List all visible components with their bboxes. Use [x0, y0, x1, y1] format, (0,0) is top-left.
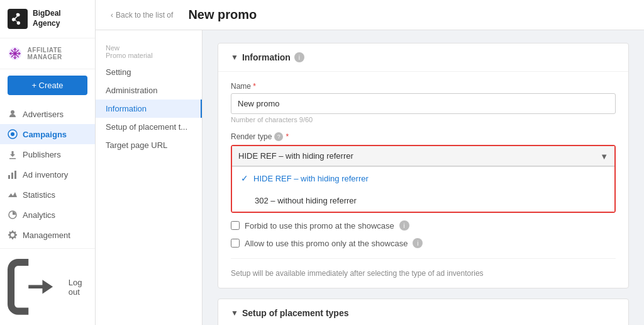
subnav-item-information[interactable]: Information — [96, 100, 202, 118]
subnav-section-label: NewPromo material — [96, 40, 202, 60]
setup-note: Setup will be available immediately afte… — [231, 258, 616, 278]
subnav-item-administration[interactable]: Administration — [96, 81, 202, 100]
subnav-items: Setting Administration Information Setup… — [96, 60, 202, 157]
name-label: Name * — [231, 82, 616, 91]
sidebar-label-publishers: Publishers — [23, 150, 61, 159]
sidebar-label-statistics: Statistics — [23, 190, 55, 200]
placement-chevron-icon: ▼ — [231, 309, 238, 317]
sidebar-bottom: Log out — [0, 248, 95, 325]
information-section-body: Name * Number of characters 9/60 Render … — [218, 72, 628, 288]
logout-icon — [8, 259, 64, 315]
allow-showcase-help-icon[interactable]: i — [413, 238, 423, 248]
sidebar: BigDealAgency AFFILIATE MANAGER + Create… — [0, 0, 96, 325]
placement-section-header[interactable]: ▼ Setup of placement types — [218, 299, 628, 325]
name-hint: Number of characters 9/60 — [231, 116, 616, 123]
sidebar-label-advertisers: Advertisers — [23, 110, 64, 119]
render-option-302-label: 302 – without hiding referrer — [255, 196, 357, 205]
svg-rect-6 — [14, 171, 16, 179]
campaign-icon — [8, 129, 18, 139]
chart-icon — [8, 190, 18, 200]
settings-icon — [8, 230, 18, 240]
placement-card: ▼ Setup of placement types — [218, 299, 629, 325]
placement-section-title: Setup of placement types — [242, 308, 349, 318]
name-input[interactable] — [231, 93, 616, 114]
nav-items: Advertisers Campaigns Publishers Ad inve… — [0, 101, 95, 248]
render-type-help-icon[interactable]: ? — [274, 132, 283, 141]
render-type-selected-value: HIDE REF – with hiding referrer — [238, 151, 353, 161]
svg-point-3 — [11, 132, 14, 136]
main-content: ‹ Back to the list of New promo NewPromo… — [96, 0, 644, 325]
sidebar-item-ad-inventory[interactable]: Ad inventory — [0, 164, 95, 185]
content-area: NewPromo material Setting Administration… — [96, 30, 644, 325]
logo-icon — [8, 9, 28, 29]
render-option-hide-ref[interactable]: ✓ HIDE REF – with hiding referrer — [232, 167, 614, 190]
allow-showcase-checkbox[interactable] — [231, 239, 240, 248]
download-icon — [8, 149, 18, 159]
svg-rect-4 — [8, 175, 10, 179]
check-icon: ✓ — [241, 173, 248, 183]
form-area: ▼ Information i Name * Number of charact… — [203, 30, 644, 325]
role-icon — [8, 45, 23, 62]
allow-showcase-row: Allow to use this promo only at the show… — [231, 238, 616, 248]
back-chevron-icon: ‹ — [111, 11, 113, 20]
logout-button[interactable]: Log out — [0, 254, 95, 320]
render-type-select-container: HIDE REF – with hiding referrer ▼ — [232, 146, 614, 166]
back-link[interactable]: ‹ Back to the list of — [111, 11, 173, 20]
logo: BigDealAgency — [0, 0, 95, 38]
logo-text: BigDealAgency — [33, 9, 61, 28]
information-section-title: Information — [242, 52, 291, 62]
subnav-item-setting[interactable]: Setting — [96, 63, 202, 81]
sidebar-item-analytics[interactable]: Analytics — [0, 205, 95, 225]
render-type-required-marker: * — [286, 132, 289, 141]
page-title: New promo — [188, 8, 257, 22]
sidebar-label-analytics: Analytics — [23, 210, 55, 220]
name-required-marker: * — [253, 82, 256, 91]
information-help-icon[interactable]: i — [294, 52, 304, 62]
back-label: Back to the list of — [116, 11, 173, 20]
forbid-showcase-label: Forbid to use this promo at the showcase — [245, 221, 394, 231]
topbar: ‹ Back to the list of New promo — [96, 0, 644, 30]
forbid-showcase-checkbox[interactable] — [231, 221, 240, 230]
information-card: ▼ Information i Name * Number of charact… — [218, 43, 629, 288]
sidebar-item-advertisers[interactable]: Advertisers — [0, 104, 95, 124]
allow-showcase-label: Allow to use this promo only at the show… — [245, 239, 408, 248]
render-type-dropdown-wrapper: HIDE REF – with hiding referrer ▼ ✓ HIDE… — [231, 145, 616, 213]
logout-label: Log out — [69, 278, 87, 297]
sidebar-item-publishers[interactable]: Publishers — [0, 144, 95, 164]
render-type-select[interactable]: HIDE REF – with hiding referrer — [232, 146, 614, 166]
render-option-hide-ref-label: HIDE REF – with hiding referrer — [253, 174, 369, 183]
render-type-options: ✓ HIDE REF – with hiding referrer 302 – … — [232, 166, 614, 212]
render-type-label: Render type ? * — [231, 132, 616, 141]
sidebar-item-statistics[interactable]: Statistics — [0, 185, 95, 205]
subnav: NewPromo material Setting Administration… — [96, 30, 203, 325]
render-type-section: Render type ? * HIDE REF – with hiding r… — [231, 132, 616, 213]
subnav-item-setup-placement[interactable]: Setup of placement t... — [96, 118, 202, 136]
subnav-item-target-page[interactable]: Target page URL — [96, 136, 202, 154]
role-section: AFFILIATE MANAGER — [0, 38, 95, 69]
role-label: AFFILIATE MANAGER — [28, 47, 87, 60]
sidebar-label-management: Management — [23, 231, 70, 240]
svg-rect-5 — [11, 173, 13, 179]
create-button[interactable]: + Create — [8, 76, 87, 95]
information-section-header[interactable]: ▼ Information i — [218, 43, 628, 72]
forbid-showcase-row: Forbid to use this promo at the showcase… — [231, 220, 616, 231]
sidebar-item-management[interactable]: Management — [0, 225, 95, 245]
information-chevron-icon: ▼ — [231, 53, 238, 62]
forbid-showcase-help-icon[interactable]: i — [399, 220, 409, 231]
svg-point-1 — [14, 52, 16, 55]
render-option-302[interactable]: 302 – without hiding referrer — [232, 190, 614, 212]
sidebar-label-campaigns: Campaigns — [23, 130, 67, 139]
analytics-icon — [8, 210, 18, 220]
sidebar-label-ad-inventory: Ad inventory — [23, 170, 68, 180]
bar-icon — [8, 169, 18, 180]
sidebar-item-campaigns[interactable]: Campaigns — [0, 124, 95, 144]
user-icon — [8, 109, 18, 119]
